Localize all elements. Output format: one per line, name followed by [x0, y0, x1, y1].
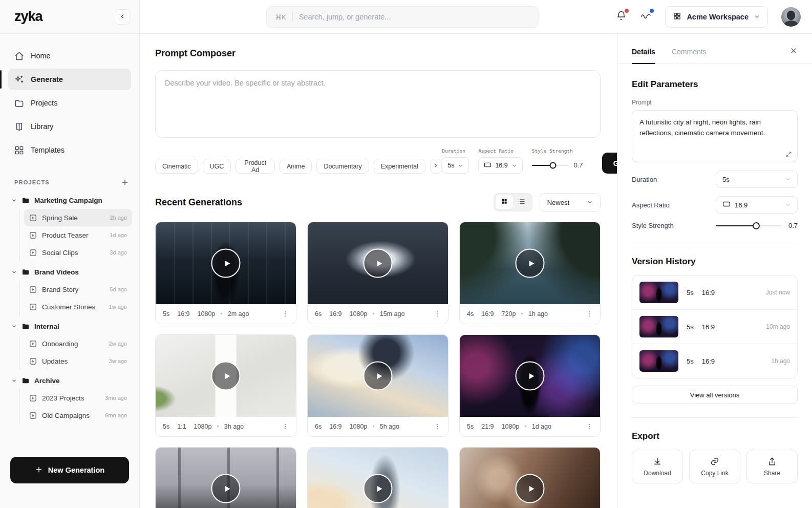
chip-experimental[interactable]: Experimental: [374, 159, 425, 174]
play-button[interactable]: [211, 474, 241, 503]
divider: [292, 12, 293, 22]
chip-product-ad[interactable]: Product Ad: [236, 159, 275, 174]
version-duration: 5s: [687, 289, 694, 297]
generation-card[interactable]: 5s 21:9 1080p • 1d ago: [459, 334, 601, 437]
sidebar-collapse-button[interactable]: [115, 9, 130, 25]
project-item-social-clips[interactable]: Social Clips 3d ago: [24, 244, 132, 261]
generation-card[interactable]: 6s 16:9 1080p • 5h ago: [307, 334, 448, 437]
chip-documentary[interactable]: Documentary: [316, 159, 369, 174]
copy-link-button[interactable]: Copy Link: [689, 450, 740, 483]
notifications-button[interactable]: [616, 10, 627, 23]
version-row[interactable]: 5s 16:9 Just now: [632, 276, 797, 309]
project-item-spring-sale[interactable]: Spring Sale 2h ago: [24, 209, 132, 226]
generation-card[interactable]: 6s 16:9 1080p • 15m ago: [307, 222, 448, 324]
generate-button[interactable]: Generate: [602, 153, 617, 174]
aspect-ratio-value: 16:9: [495, 162, 507, 169]
search-input[interactable]: ⌘K Search, jump, or generate...: [266, 6, 539, 28]
workspace-switcher[interactable]: Acme Workspace: [665, 6, 768, 28]
card-menu-button[interactable]: [586, 423, 593, 430]
copy-link-label: Copy Link: [701, 470, 728, 477]
slider-knob[interactable]: [550, 162, 557, 169]
close-panel-button[interactable]: [789, 47, 798, 57]
sidebar-item-library[interactable]: Library: [8, 116, 131, 137]
prompt-input[interactable]: [165, 79, 591, 129]
play-button[interactable]: [364, 362, 393, 391]
project-item-onboarding[interactable]: Onboarding 2w ago: [24, 335, 132, 352]
sidebar-item-home[interactable]: Home: [8, 45, 131, 67]
project-item-2023-projects[interactable]: 2023 Projects 3mo ago: [24, 389, 132, 407]
version-row[interactable]: 5s 16:9 1h ago: [632, 344, 797, 378]
more-chips-button[interactable]: [430, 159, 442, 174]
play-button[interactable]: [516, 474, 545, 503]
duration-select[interactable]: 5s: [442, 157, 469, 174]
generation-card[interactable]: [459, 447, 601, 508]
version-ratio: 16:9: [702, 323, 715, 331]
generation-card[interactable]: 5s 1:1 1080p • 3h ago: [155, 334, 296, 437]
project-item-old-campaigns[interactable]: Old Campaigns 6mo ago: [24, 407, 132, 424]
play-button[interactable]: [211, 362, 241, 391]
panel-style-label: Style Strength: [632, 222, 674, 229]
sidebar-item-projects[interactable]: Projects: [8, 92, 131, 114]
grid-view-button[interactable]: [496, 195, 513, 209]
generation-card[interactable]: 5s 16:9 1080p • 2m ago: [155, 222, 296, 324]
sidebar-item-templates[interactable]: Templates: [8, 139, 131, 161]
folder-internal[interactable]: Internal: [8, 318, 132, 335]
chip-cinematic[interactable]: Cinematic: [155, 159, 198, 174]
card-menu-button[interactable]: [282, 423, 289, 430]
card-menu-button[interactable]: [586, 310, 593, 318]
aspect-ratio-label: Aspect Ratio: [478, 148, 514, 154]
panel-aspect-select[interactable]: 16:9: [716, 196, 798, 214]
play-button[interactable]: [364, 249, 393, 278]
play-button[interactable]: [516, 249, 545, 278]
project-item-product-teaser[interactable]: Product Teaser 1d ago: [24, 226, 132, 244]
generation-card[interactable]: [155, 447, 296, 508]
card-menu-button[interactable]: [434, 423, 441, 430]
details-panel: Details Comments Edit Parameters Prompt …: [617, 34, 812, 508]
card-ratio: 1:1: [177, 423, 186, 430]
generation-card[interactable]: [307, 447, 448, 508]
play-button[interactable]: [364, 474, 393, 503]
card-menu-button[interactable]: [282, 310, 289, 318]
view-all-versions-button[interactable]: View all versions: [632, 386, 798, 404]
sidebar-item-generate[interactable]: Generate: [8, 69, 131, 90]
folder-children: Brand Story 5d ago Customer Stories 1w a…: [19, 281, 132, 315]
project-item-brand-story[interactable]: Brand Story 5d ago: [24, 281, 132, 298]
folder-archive[interactable]: Archive: [8, 372, 132, 389]
share-button[interactable]: Share: [746, 450, 798, 483]
add-project-button[interactable]: [121, 178, 129, 186]
video-clip-icon: [29, 394, 37, 402]
project-item-customer-stories[interactable]: Customer Stories 1w ago: [24, 298, 132, 315]
generation-card[interactable]: 4s 16:9 720p • 1h ago: [459, 222, 601, 324]
list-view-button[interactable]: [513, 195, 530, 209]
sort-select[interactable]: Newest: [540, 193, 601, 211]
prompt-value-input[interactable]: A futuristic city at night, neon lights,…: [639, 117, 790, 154]
user-avatar[interactable]: [781, 7, 801, 27]
project-item-updates[interactable]: Updates 3w ago: [24, 352, 132, 370]
download-button[interactable]: Download: [632, 450, 683, 483]
sidebar-item-label: Home: [31, 52, 51, 60]
card-duration: 5s: [163, 310, 169, 318]
aspect-ratio-select[interactable]: 16:9: [478, 157, 522, 174]
slider-knob[interactable]: [753, 222, 760, 229]
tab-comments[interactable]: Comments: [672, 40, 707, 64]
folder-brand-videos[interactable]: Brand Videos: [8, 263, 132, 281]
card-duration: 5s: [163, 423, 169, 430]
sidebar-item-label: Templates: [31, 146, 65, 154]
play-button[interactable]: [211, 249, 241, 278]
panel-style-slider[interactable]: 0.7: [716, 222, 798, 229]
card-time: 15m ago: [380, 310, 405, 318]
chip-anime[interactable]: Anime: [280, 159, 312, 174]
version-duration: 5s: [687, 357, 694, 365]
card-menu-button[interactable]: [434, 310, 441, 318]
new-generation-button[interactable]: New Generation: [10, 457, 129, 483]
style-strength-slider[interactable]: 0.7: [532, 157, 583, 174]
expand-icon[interactable]: [785, 151, 792, 158]
version-duration: 5s: [687, 323, 694, 331]
play-button[interactable]: [516, 362, 545, 391]
panel-duration-select[interactable]: 5s: [716, 171, 798, 188]
chip-ugc[interactable]: UGC: [203, 159, 231, 174]
tab-details[interactable]: Details: [632, 40, 655, 64]
folder-marketing-campaign[interactable]: Marketing Campaign: [8, 192, 132, 209]
version-row[interactable]: 5s 16:9 10m ago: [632, 309, 797, 344]
activity-button[interactable]: [640, 10, 652, 23]
